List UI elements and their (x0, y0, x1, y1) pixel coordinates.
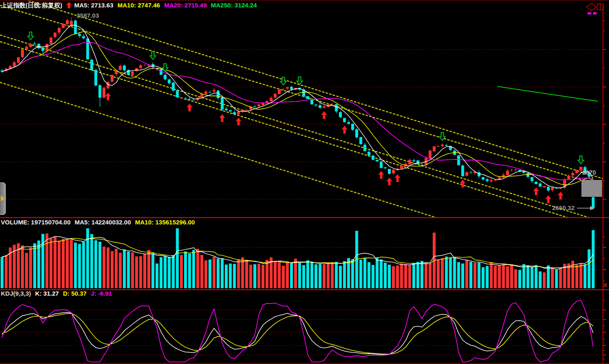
volume-series (1, 229, 595, 289)
gray-marker-box (581, 180, 602, 197)
sidebar-expand-tab[interactable] (0, 182, 6, 215)
topright-toolbar[interactable] (586, 3, 604, 14)
buy-arrow-icon (219, 114, 225, 122)
buy-arrow-icon (236, 118, 241, 126)
diamond-tool-icon (586, 3, 596, 11)
kdj-d-line (2, 313, 593, 354)
buy-arrow-icon (394, 174, 400, 182)
buy-arrow-icon (558, 191, 563, 199)
sell-arrow-icon (150, 51, 156, 59)
magenta-marker-left (588, 12, 591, 14)
buy-arrow-icon (187, 104, 192, 112)
candlestick-series (1, 17, 595, 210)
buy-arrow-icon (378, 171, 384, 179)
chart-canvas[interactable] (0, 0, 609, 364)
ma10-line (2, 32, 593, 185)
magenta-marker-right (593, 12, 597, 14)
buy-arrow-icon (387, 177, 392, 185)
kdj-j-line (2, 300, 593, 362)
panel-close-icon[interactable] (604, 283, 607, 287)
buy-arrow-icon (342, 126, 348, 133)
buy-arrow-icon (460, 180, 466, 187)
kdj-k-line (2, 313, 593, 355)
stock-chart-application: 上证指数(日线.前复权)MA5: 2713.63MA10: 2747.46MA2… (0, 0, 609, 364)
ma5-line (2, 25, 593, 188)
sell-arrow-icon (439, 133, 445, 140)
sell-arrow-icon (28, 32, 33, 40)
buy-arrow-icon (533, 187, 539, 195)
buy-arrow-icon (105, 93, 111, 100)
sell-arrow-icon (578, 156, 584, 164)
trend-channel-lines[interactable] (0, 0, 603, 269)
expand-arrow-icon (1, 196, 5, 201)
buy-arrow-icon (321, 111, 327, 119)
sell-arrow-icon (280, 77, 286, 85)
ma250-line (497, 86, 598, 101)
